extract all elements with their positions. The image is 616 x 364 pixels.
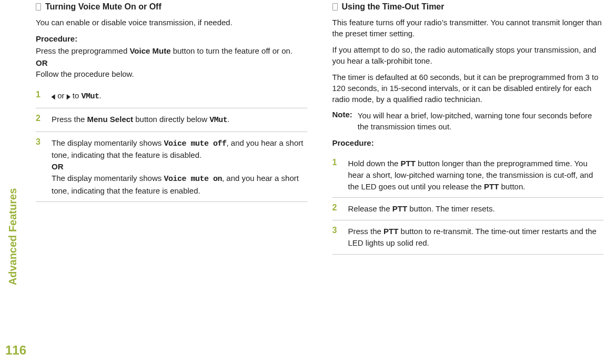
ptt-bold: PTT (484, 182, 499, 191)
text: . (99, 91, 102, 100)
step-body: The display momentarily shows Voice mute… (52, 137, 307, 197)
vmut-mono: VMut (209, 116, 227, 125)
text: Release the (348, 204, 392, 213)
text: or (55, 91, 67, 100)
ptt-bold: PTT (392, 204, 407, 213)
step-body: Press the Menu Select button directly be… (52, 114, 307, 126)
step-row: 3 The display momentarily shows Voice mu… (36, 132, 307, 203)
step-body: Hold down the PTT button longer than the… (348, 158, 604, 192)
note-body: You will hear a brief, low-pitched, warn… (358, 110, 603, 132)
step-number: 2 (36, 114, 45, 126)
text: . (227, 115, 229, 124)
note-row: Note: You will hear a brief, low-pitched… (332, 110, 604, 132)
procedure-line-1: Press the preprogrammed Voice Mute butto… (36, 45, 307, 56)
section-heading-right: Using the Time-Out Timer (332, 2, 604, 12)
step-number: 3 (332, 226, 342, 249)
step-row: 1 ◂ or ▸ to VMut. (36, 85, 307, 108)
step-body: Press the PTT button to re-transmit. The… (348, 226, 604, 249)
vmut-mono: VMut (82, 92, 99, 101)
intro-left: You can enable or disable voice transmis… (36, 17, 307, 28)
section-label: Advanced Features (7, 188, 19, 286)
step-body: Release the PTT button. The timer resets… (348, 203, 604, 215)
section-title-right: Using the Time-Out Timer (342, 2, 445, 12)
text: to (70, 91, 82, 100)
procedure-label-left: Procedure: (36, 33, 307, 44)
text: button. The timer resets. (407, 204, 494, 213)
left-column: Turning Voice Mute On or Off You can ena… (36, 0, 307, 364)
text: Press the (52, 115, 87, 124)
note-label: Note: (332, 110, 352, 132)
ptt-bold: PTT (401, 159, 416, 168)
sidebar: Advanced Features 116 (0, 0, 25, 364)
section-title-left: Turning Voice Mute On or Off (45, 2, 161, 12)
voice-mute-on-mono: Voice mute on (164, 175, 222, 184)
text: Hold down the (348, 159, 401, 168)
step-number: 1 (36, 90, 45, 103)
text: button. (499, 182, 525, 191)
step-number: 3 (36, 137, 45, 197)
section-heading-left: Turning Voice Mute On or Off (36, 2, 307, 12)
p2-right: If you attempt to do so, the radio autom… (332, 44, 604, 66)
step-number: 2 (332, 203, 342, 215)
step-number: 1 (332, 158, 342, 192)
step-row: 3 Press the PTT button to re-transmit. T… (332, 220, 604, 255)
p1-right: This feature turns off your radio’s tran… (332, 17, 604, 39)
or-label: OR (36, 57, 307, 68)
procedure-line-2: Follow the procedure below. (36, 68, 307, 79)
bookmark-icon (36, 3, 41, 11)
text: The display momentarily shows (52, 138, 164, 147)
bookmark-icon (332, 3, 338, 11)
page-number: 116 (5, 343, 26, 358)
step-body: ◂ or ▸ to VMut. (52, 90, 307, 103)
steps-left: 1 ◂ or ▸ to VMut. 2 Press the Menu Selec… (36, 85, 307, 202)
page-body: Turning Voice Mute On or Off You can ena… (0, 0, 616, 364)
text: The display momentarily shows (52, 174, 164, 183)
right-column: Using the Time-Out Timer This feature tu… (332, 0, 604, 364)
text: button to turn the feature off or on. (171, 46, 293, 55)
text: Press the preprogrammed (36, 46, 129, 55)
procedure-label-right: Procedure: (332, 137, 604, 148)
or-bold: OR (52, 162, 64, 171)
ptt-bold: PTT (383, 227, 398, 236)
voice-mute-off-mono: Voice mute off (164, 139, 226, 148)
steps-right: 1 Hold down the PTT button longer than t… (332, 153, 604, 255)
menu-select-bold: Menu Select (87, 115, 134, 124)
text: button directly below (133, 115, 209, 124)
step-row: 2 Press the Menu Select button directly … (36, 108, 307, 132)
text: Press the (348, 227, 384, 236)
p3-right: The timer is defaulted at 60 seconds, bu… (332, 72, 604, 105)
step-row: 1 Hold down the PTT button longer than t… (332, 153, 604, 198)
step-row: 2 Release the PTT button. The timer rese… (332, 198, 604, 220)
voice-mute-bold: Voice Mute (129, 46, 170, 55)
